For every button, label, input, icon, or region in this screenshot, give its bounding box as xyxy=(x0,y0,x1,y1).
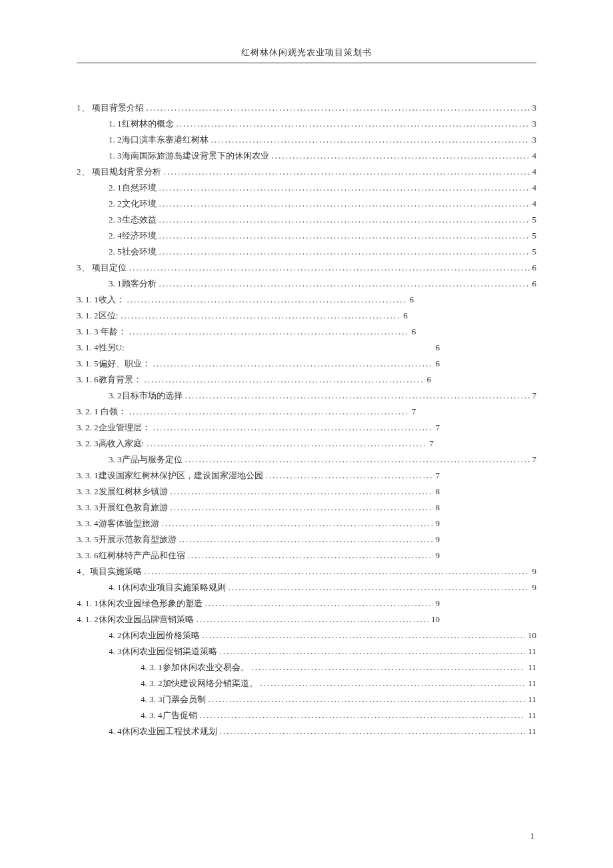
toc-label: 2. 4经济环境 xyxy=(109,231,157,240)
toc-label: 4. 1. 2休闲农业园品牌营销策略 xyxy=(77,615,194,624)
toc-leader-dots xyxy=(209,695,526,703)
page-number: 1 xyxy=(530,831,534,841)
toc-leader-dots xyxy=(197,615,429,624)
toc-label: 2. 2文化环境 xyxy=(109,199,157,208)
toc-page-number: 4 xyxy=(532,167,537,176)
toc-leader-dots xyxy=(162,519,433,528)
toc-page-number: 6 xyxy=(403,311,408,320)
toc-leader-dots xyxy=(266,471,433,480)
toc-label: 1. 2海口演丰东寨港红树林 xyxy=(109,135,209,144)
toc-label: 3. 1. 2区位: xyxy=(77,311,118,320)
toc-page-number: 3 xyxy=(532,103,537,112)
toc-label: 4. 3. 4广告促销 xyxy=(141,711,197,719)
toc-page-number: 7 xyxy=(436,471,440,480)
toc-page-number: 8 xyxy=(436,503,440,512)
toc-entry: 3. 1. 5偏好、职业：6 xyxy=(77,359,536,368)
toc-leader-dots xyxy=(203,631,526,640)
toc-page-number: 11 xyxy=(528,679,536,687)
toc-page-number: 11 xyxy=(528,663,536,671)
toc-leader-dots xyxy=(220,647,526,655)
toc-leader-dots xyxy=(185,455,530,464)
toc-entry: 4. 4休闲农业园工程技术规划 11 xyxy=(77,727,536,735)
toc-page-number: 6 xyxy=(532,263,537,272)
toc-label: 1. 3海南国际旅游岛建设背景下的休闲农业 xyxy=(109,151,269,160)
toc-leader-dots xyxy=(211,135,530,144)
toc-entry: 1、 项目背景介绍3 xyxy=(77,103,536,112)
toc-entry: 3. 3. 5开展示范教育型旅游 9 xyxy=(77,535,536,544)
toc-label: 2. 5社会环境 xyxy=(109,247,157,256)
table-of-contents: 1、 项目背景介绍31. 1红树林的概念31. 2海口演丰东寨港红树林 31. … xyxy=(77,103,536,735)
toc-entry: 4. 2休闲农业园价格策略 10 xyxy=(77,631,536,640)
toc-page-number: 9 xyxy=(436,551,440,560)
toc-label: 3. 3. 5开展示范教育型旅游 xyxy=(77,535,177,544)
toc-leader-dots xyxy=(127,295,407,304)
toc-label: 4. 3. 1参加休闲农业交易会。 xyxy=(141,663,249,671)
toc-entry: 4. 1休闲农业项目实施策略规则 9 xyxy=(77,583,536,592)
toc-label: 3. 2目标市场的选择 xyxy=(109,391,183,400)
toc-label: 3. 3. 3开展红色教育旅游 xyxy=(77,503,168,512)
toc-label: 1、 项目背景介绍 xyxy=(77,103,144,112)
toc-label: 2. 3生态效益 xyxy=(109,215,157,224)
toc-leader-dots xyxy=(177,119,530,128)
toc-leader-dots xyxy=(129,263,530,272)
toc-entry: 3. 2. 1 白领：7 xyxy=(77,407,536,416)
toc-leader-dots xyxy=(145,567,530,576)
toc-label: 1. 1红树林的概念 xyxy=(109,119,174,128)
toc-page-number: 4 xyxy=(532,151,537,160)
toc-label: 4. 3. 2加快建设网络分销渠道。 xyxy=(141,679,258,687)
toc-page-number: 4 xyxy=(532,183,537,192)
toc-entry: 2. 3生态效益 5 xyxy=(77,215,536,224)
toc-page-number: 4 xyxy=(532,199,537,208)
toc-page-number: 3 xyxy=(532,119,537,128)
toc-entry: 2. 5社会环境 5 xyxy=(77,247,536,256)
toc-page-number: 6 xyxy=(410,295,414,304)
toc-leader-dots xyxy=(164,167,530,176)
toc-leader-dots xyxy=(129,327,409,336)
toc-leader-dots xyxy=(185,391,530,400)
toc-entry: 3. 2. 2企业管理层：7 xyxy=(77,423,536,432)
toc-entry: 4、项目实施策略 9 xyxy=(77,567,536,576)
toc-leader-dots xyxy=(229,583,530,592)
toc-page-number: 7 xyxy=(532,391,537,400)
toc-leader-dots xyxy=(159,183,530,192)
toc-leader-dots xyxy=(261,679,526,687)
toc-label: 4. 2休闲农业园价格策略 xyxy=(109,631,200,640)
toc-leader-dots xyxy=(147,103,530,112)
toc-entry: 3. 2. 3高收入家庭: 7 xyxy=(77,439,536,448)
toc-page-number: 5 xyxy=(532,231,537,240)
toc-entry: 3、 项目定位 6 xyxy=(77,263,536,272)
toc-page-number: 7 xyxy=(429,439,434,448)
toc-page-number: 7 xyxy=(412,407,416,416)
toc-entry: 3. 3. 6红树林特产产品和住宿 9 xyxy=(77,551,536,560)
toc-leader-dots xyxy=(159,215,530,224)
toc-label: 3. 1. 1收入： xyxy=(77,295,125,304)
toc-entry: 4. 3. 4广告促销11 xyxy=(77,711,536,719)
toc-entry: 4. 3休闲农业园促销渠道策略 11 xyxy=(77,647,536,655)
toc-label: 3. 1. 4性另U: xyxy=(77,343,125,352)
toc-page-number: 6 xyxy=(436,359,440,368)
toc-label: 4. 1休闲农业项目实施策略规则 xyxy=(109,583,226,592)
toc-entry: 2、 项目规划背景分析 4 xyxy=(77,167,536,176)
toc-page-number: 7 xyxy=(436,423,440,432)
toc-entry: 4. 1. 2休闲农业园品牌营销策略 10 xyxy=(77,615,536,624)
toc-leader-dots xyxy=(145,375,424,384)
toc-leader-dots xyxy=(220,727,526,735)
toc-label: 3. 3. 6红树林特产产品和住宿 xyxy=(77,551,185,560)
toc-entry: 3. 1顾客分析 6 xyxy=(77,279,536,288)
toc-page-number: 6 xyxy=(436,343,440,352)
toc-entry: 3. 1. 1收入：6 xyxy=(77,295,536,304)
toc-entry: 3. 2目标市场的选择 7 xyxy=(77,391,536,400)
toc-entry: 1. 3海南国际旅游岛建设背景下的休闲农业 4 xyxy=(77,151,536,160)
toc-entry: 3. 3. 4游客体验型旅游 9 xyxy=(77,519,536,528)
toc-entry: 3. 1. 6教育背景： 6 xyxy=(77,375,536,384)
toc-leader-dots xyxy=(252,663,526,671)
toc-leader-dots xyxy=(159,247,530,256)
toc-label: 3. 3. 4游客体验型旅游 xyxy=(77,519,159,528)
toc-entry: 3. 3. 1建设国家红树林保护区，建设国家湿地公园 7 xyxy=(77,471,536,480)
toc-leader-dots xyxy=(179,535,433,544)
toc-leader-dots xyxy=(272,151,530,160)
toc-entry: 3. 1. 2区位:6 xyxy=(77,311,536,320)
toc-label: 3. 2. 3高收入家庭: xyxy=(77,439,144,448)
toc-leader-dots xyxy=(188,551,433,560)
toc-label: 3. 2. 1 白领： xyxy=(77,407,127,416)
